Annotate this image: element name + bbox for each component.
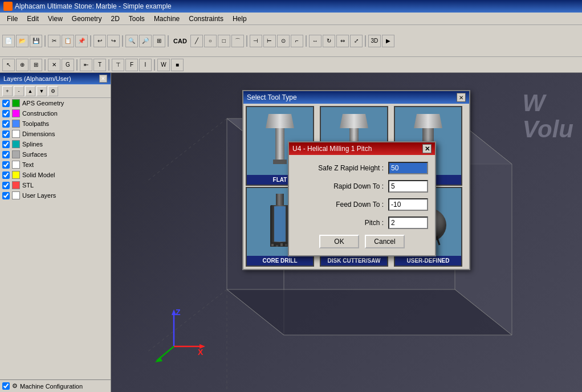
tb2-snap[interactable]: ⊕ bbox=[16, 59, 29, 71]
machine-config-checkbox[interactable] bbox=[2, 382, 10, 390]
tb-sep6 bbox=[306, 35, 307, 47]
menu-2d[interactable]: 2D bbox=[107, 14, 124, 24]
rapid-down-row: Rapid Down To : bbox=[296, 180, 428, 193]
tb-line[interactable]: ╱ bbox=[190, 35, 203, 47]
menu-constraints[interactable]: Constraints bbox=[184, 14, 228, 24]
menu-machine[interactable]: Machine bbox=[149, 14, 184, 24]
layer-up-btn[interactable]: ▲ bbox=[25, 86, 35, 96]
rapid-down-input[interactable] bbox=[388, 180, 428, 193]
layer-add-btn[interactable]: + bbox=[2, 86, 13, 96]
tool-core-drill-label: CORE DRILL bbox=[247, 256, 313, 266]
tb-zoom-out[interactable]: 🔎 bbox=[139, 35, 152, 47]
cancel-button[interactable]: Cancel bbox=[365, 235, 405, 248]
tb-fit[interactable]: ⊞ bbox=[153, 35, 165, 47]
layer-checkbox-5[interactable] bbox=[2, 151, 10, 158]
tb-rotate[interactable]: ↻ bbox=[323, 35, 335, 47]
layer-item-7[interactable]: Solid Model bbox=[0, 170, 111, 180]
tb-paste[interactable]: 📌 bbox=[75, 35, 88, 47]
layer-item-4[interactable]: Splines bbox=[0, 139, 111, 149]
viewport[interactable]: Z X W Volu Select Tool Type ✕ bbox=[111, 73, 582, 392]
layers-panel-title: Layers (Alphacam/User) bbox=[3, 75, 71, 82]
layer-checkbox-6[interactable] bbox=[2, 161, 10, 169]
tb-cut[interactable]: ✂ bbox=[48, 35, 60, 47]
tb-extend[interactable]: ⊢ bbox=[263, 35, 276, 47]
layer-checkbox-1[interactable] bbox=[2, 110, 10, 117]
menu-geometry[interactable]: Geometry bbox=[67, 14, 107, 24]
tb-redo[interactable]: ↪ bbox=[107, 35, 120, 47]
tb-move[interactable]: ↔ bbox=[309, 35, 321, 47]
layer-delete-btn[interactable]: - bbox=[14, 86, 24, 96]
tb-undo[interactable]: ↩ bbox=[93, 35, 106, 47]
layers-panel-header: Layers (Alphacam/User) ✕ bbox=[0, 73, 111, 84]
helical-title-bar: U4 - Helical Milling 1 Pitch ✕ bbox=[289, 142, 435, 155]
layer-down-btn[interactable]: ▼ bbox=[36, 86, 47, 96]
tb2-iso[interactable]: I bbox=[139, 59, 152, 71]
layer-color-swatch-8 bbox=[12, 181, 20, 189]
tb2-group[interactable]: G bbox=[62, 59, 74, 71]
layer-name-5: Surfaces bbox=[22, 151, 47, 158]
svg-rect-36 bbox=[280, 243, 283, 246]
select-tool-title-bar: Select Tool Type ✕ bbox=[243, 91, 469, 104]
layer-color-swatch-2 bbox=[12, 120, 20, 128]
layer-checkbox-2[interactable] bbox=[2, 120, 10, 128]
layer-item-0[interactable]: APS Geometry bbox=[0, 98, 111, 108]
helical-body: Safe Z Rapid Height : Rapid Down To : Fe… bbox=[289, 155, 435, 255]
secondary-toolbar: ↖ ⊕ ⊞ ✕ G ⇤ T ⊤ F I W ■ bbox=[0, 57, 582, 73]
tb2-text[interactable]: T bbox=[93, 59, 106, 71]
panel-close-button[interactable]: ✕ bbox=[99, 75, 107, 83]
tb2-top[interactable]: ⊤ bbox=[112, 59, 124, 71]
menu-help[interactable]: Help bbox=[228, 14, 251, 24]
layer-item-5[interactable]: Surfaces bbox=[0, 149, 111, 160]
layer-checkbox-8[interactable] bbox=[2, 182, 10, 189]
svg-rect-22 bbox=[275, 128, 284, 160]
tb-circle[interactable]: ○ bbox=[204, 35, 217, 47]
layer-checkbox-3[interactable] bbox=[2, 130, 10, 138]
tb2-shade[interactable]: ■ bbox=[171, 59, 184, 71]
select-tool-close-button[interactable]: ✕ bbox=[457, 93, 466, 102]
tb2-grid[interactable]: ⊞ bbox=[30, 59, 42, 71]
ok-button[interactable]: OK bbox=[319, 235, 359, 248]
tb2-wire[interactable]: W bbox=[157, 59, 170, 71]
layer-item-8[interactable]: STL bbox=[0, 180, 111, 190]
tb2-dim[interactable]: ⇤ bbox=[80, 59, 92, 71]
menu-file[interactable]: File bbox=[2, 14, 22, 24]
feed-down-input[interactable] bbox=[388, 198, 428, 211]
layer-item-1[interactable]: Construction bbox=[0, 108, 111, 119]
tb-sep3 bbox=[122, 35, 123, 47]
tb-offset[interactable]: ⊙ bbox=[277, 35, 290, 47]
tb-new[interactable]: 📄 bbox=[2, 35, 15, 47]
layer-checkbox-7[interactable] bbox=[2, 172, 10, 179]
menu-view[interactable]: View bbox=[43, 14, 67, 24]
safe-z-input[interactable] bbox=[388, 162, 428, 174]
layer-checkbox-4[interactable] bbox=[2, 141, 10, 148]
tb-open[interactable]: 📂 bbox=[16, 35, 29, 47]
layer-item-6[interactable]: Text bbox=[0, 160, 111, 170]
layer-item-3[interactable]: Dimensions bbox=[0, 129, 111, 139]
tb-scale[interactable]: ⤢ bbox=[350, 35, 363, 47]
layer-item-2[interactable]: Toolpaths bbox=[0, 119, 111, 129]
layer-checkbox-9[interactable] bbox=[2, 192, 10, 199]
layer-name-1: Construction bbox=[22, 110, 58, 117]
tb-mirror[interactable]: ⇔ bbox=[336, 35, 349, 47]
tb-zoom-in[interactable]: 🔍 bbox=[125, 35, 138, 47]
svg-text:X: X bbox=[198, 348, 204, 357]
tb-rect[interactable]: □ bbox=[218, 35, 230, 47]
tb2-front[interactable]: F bbox=[125, 59, 138, 71]
layer-checkbox-0[interactable] bbox=[2, 100, 10, 107]
tb-3d[interactable]: 3D bbox=[368, 35, 381, 47]
menu-tools[interactable]: Tools bbox=[124, 14, 149, 24]
helical-close-button[interactable]: ✕ bbox=[422, 144, 432, 153]
tb2-select[interactable]: ↖ bbox=[2, 59, 15, 71]
menu-edit[interactable]: Edit bbox=[22, 14, 43, 24]
machine-config-item[interactable]: ⚙ Machine Configuration bbox=[0, 379, 111, 392]
tb-sim[interactable]: ▶ bbox=[382, 35, 394, 47]
tb-fillet[interactable]: ⌐ bbox=[291, 35, 303, 47]
tb-save[interactable]: 💾 bbox=[30, 35, 42, 47]
pitch-input[interactable] bbox=[388, 217, 428, 229]
tb-trim[interactable]: ⊣ bbox=[250, 35, 262, 47]
tb-copy[interactable]: 📋 bbox=[62, 35, 74, 47]
tb-arc[interactable]: ⌒ bbox=[231, 35, 244, 47]
layer-props-btn[interactable]: ⚙ bbox=[48, 86, 58, 96]
layer-item-9[interactable]: User Layers bbox=[0, 190, 111, 201]
tb2-delete[interactable]: ✕ bbox=[48, 59, 60, 71]
